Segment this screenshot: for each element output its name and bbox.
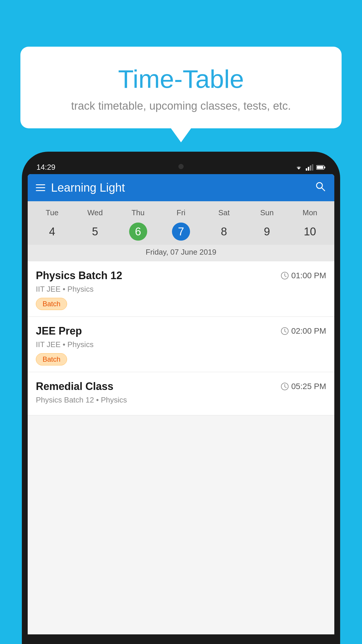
clock-icon-3 (281, 382, 289, 391)
svg-line-8 (321, 188, 325, 191)
clock-icon-2 (281, 327, 289, 335)
svg-line-11 (285, 276, 286, 277)
app-bar: Learning Light (28, 174, 334, 201)
day-header-tue: Tue (31, 206, 73, 220)
day-headers: Tue Wed Thu Fri Sat Sun Mon (28, 206, 334, 220)
bubble-subtitle: track timetable, upcoming classes, tests… (35, 100, 327, 112)
schedule-list: Physics Batch 12 01:00 PM IIT JEE • Phys… (28, 261, 334, 415)
speech-bubble-container: Time-Table track timetable, upcoming cla… (20, 47, 342, 128)
schedule-item-1-badge: Batch (36, 298, 67, 310)
signal-icon (306, 164, 313, 171)
svg-rect-1 (308, 167, 309, 171)
schedule-item-2-time: 02:00 PM (281, 326, 326, 336)
battery-icon (316, 165, 326, 170)
day-header-mon: Mon (289, 206, 331, 220)
day-5[interactable]: 5 (73, 220, 116, 245)
schedule-item-1-title: Physics Batch 12 (36, 270, 122, 282)
svg-rect-0 (306, 168, 307, 171)
schedule-item-3-title: Remedial Class (36, 380, 113, 393)
day-header-wed: Wed (73, 206, 116, 220)
wifi-icon (295, 164, 303, 171)
day-7[interactable]: 7 (159, 220, 202, 245)
schedule-item-3-subtitle: Physics Batch 12 • Physics (36, 396, 326, 405)
calendar-strip: Tue Wed Thu Fri Sat Sun Mon 4 5 6 7 8 9 … (28, 201, 334, 261)
svg-rect-3 (312, 164, 313, 171)
schedule-item-2-title: JEE Prep (36, 325, 82, 337)
day-header-sun: Sun (245, 206, 288, 220)
status-bar: 14:29 (28, 160, 334, 174)
svg-rect-5 (324, 167, 325, 168)
day-6[interactable]: 6 (117, 220, 159, 245)
day-header-thu: Thu (117, 206, 159, 220)
day-header-sat: Sat (203, 206, 245, 220)
schedule-item-2-header: JEE Prep 02:00 PM (36, 325, 326, 337)
svg-line-17 (285, 387, 286, 388)
selected-date-label: Friday, 07 June 2019 (28, 245, 334, 261)
search-button[interactable] (314, 181, 326, 195)
clock-icon-1 (281, 272, 289, 280)
phone-screen: Learning Light Tue Wed Thu Fri Sat Sun M… (28, 174, 334, 634)
schedule-item-3-time: 05:25 PM (281, 382, 326, 391)
day-numbers: 4 5 6 7 8 9 10 (28, 220, 334, 245)
app-title: Learning Light (51, 181, 125, 194)
schedule-item-2-badge: Batch (36, 353, 67, 365)
day-8[interactable]: 8 (203, 220, 245, 245)
day-9[interactable]: 9 (245, 220, 288, 245)
day-10[interactable]: 10 (289, 220, 331, 245)
schedule-item-1-subtitle: IIT JEE • Physics (36, 285, 326, 294)
schedule-item-3-header: Remedial Class 05:25 PM (36, 380, 326, 393)
schedule-item-2-subtitle: IIT JEE • Physics (36, 340, 326, 349)
bubble-title: Time-Table (35, 64, 327, 94)
svg-line-14 (285, 331, 286, 332)
svg-rect-6 (317, 166, 323, 169)
day-4[interactable]: 4 (31, 220, 73, 245)
app-bar-left: Learning Light (36, 181, 125, 194)
schedule-item-1-header: Physics Batch 12 01:00 PM (36, 270, 326, 282)
day-header-fri: Fri (159, 206, 202, 220)
camera-dot (178, 164, 184, 169)
schedule-item-2[interactable]: JEE Prep 02:00 PM IIT JEE • Physics Batc… (28, 317, 334, 372)
schedule-item-3[interactable]: Remedial Class 05:25 PM Physics Batch 12… (28, 372, 334, 415)
phone-frame: 14:29 (22, 152, 340, 644)
status-time: 14:29 (36, 163, 55, 172)
hamburger-menu-icon[interactable] (36, 184, 45, 191)
status-icons (295, 164, 326, 171)
speech-bubble: Time-Table track timetable, upcoming cla… (20, 47, 342, 128)
svg-rect-2 (310, 165, 311, 171)
schedule-item-1[interactable]: Physics Batch 12 01:00 PM IIT JEE • Phys… (28, 261, 334, 317)
schedule-item-1-time: 01:00 PM (281, 271, 326, 280)
notch (164, 160, 198, 173)
